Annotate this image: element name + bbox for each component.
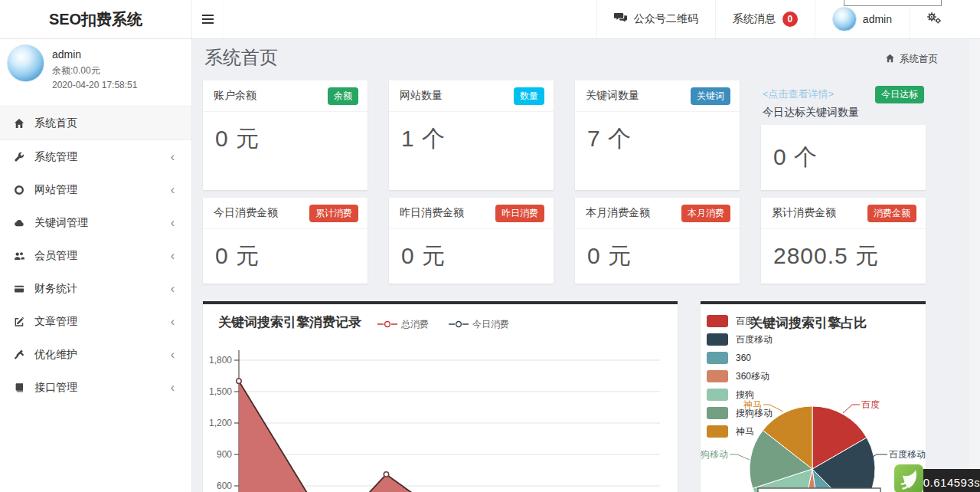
stat-card-header: <点击查看详情>今日达标: [761, 80, 926, 105]
sidebar-item-api[interactable]: 接口管理‹: [0, 371, 191, 404]
legend-label: 今日消费: [472, 318, 509, 331]
wrench-icon: [14, 152, 34, 162]
legend-swatch: [707, 407, 728, 419]
messages-menu-item[interactable]: 系统消息 0: [715, 0, 815, 38]
page-load-time-badge: 0.614593s: [923, 469, 980, 492]
stat-card-header: 今日消费金额累计消费: [203, 198, 368, 229]
sidebar-item-label: 优化维护: [34, 348, 171, 362]
stat-card-body: 0 个: [761, 125, 926, 190]
legend-label: 搜狗: [736, 389, 754, 402]
sidebar-item-keywords[interactable]: 关键词管理‹: [0, 206, 191, 239]
status-badge: 今日达标: [875, 86, 924, 103]
sidebar-item-home[interactable]: 系统首页: [0, 106, 191, 140]
sidebar-item-members[interactable]: 会员管理‹: [0, 239, 191, 272]
stat-card: 关键词数量关键词7 个: [575, 80, 740, 190]
chart-title: 关键词搜索引擎消费记录: [218, 313, 361, 331]
stat-card-goal: <点击查看详情>今日达标今日达标关键词数量0 个: [761, 80, 926, 190]
legend-item-360[interactable]: 360: [707, 349, 773, 367]
stat-card-header: 累计消费金额消费金额: [761, 198, 926, 229]
svg-text:1,500: 1,500: [209, 386, 232, 397]
detail-link[interactable]: <点击查看详情>: [763, 87, 834, 101]
stat-card-body: 1 个: [389, 112, 554, 166]
breadcrumb[interactable]: 系统首页: [885, 53, 938, 66]
chart-title: 关键词搜索引擎占比: [750, 314, 867, 332]
stat-card-body: 0 元: [389, 229, 554, 284]
chevron-left-icon: ‹: [171, 184, 175, 196]
breadcrumb-label: 系统首页: [900, 53, 938, 66]
chevron-left-icon: ‹: [171, 382, 175, 394]
sidebar-item-label: 网站管理: [34, 183, 171, 197]
status-badge: 昨日消费: [495, 205, 544, 222]
legend-item-百度移动[interactable]: 百度移动: [707, 330, 773, 349]
sidebar-item-articles[interactable]: 文章管理‹: [0, 305, 191, 338]
home-icon: [885, 54, 895, 65]
legend-label: 神马: [736, 425, 754, 438]
stat-card-title: 累计消费金额: [772, 206, 836, 220]
consumption-chart: 1,8001,5001,200900600: [203, 304, 678, 492]
svg-text:900: 900: [217, 449, 232, 460]
main-content: 系统首页 系统首页 账户余额余额0 元网站数量数量1 个关键词数量关键词7 个<…: [191, 38, 980, 492]
line-marker-icon: [377, 320, 397, 330]
sidebar-item-system[interactable]: 系统管理‹: [0, 140, 191, 173]
avatar: [7, 44, 44, 82]
stat-card: 今日消费金额累计消费0 元: [203, 198, 368, 284]
circle-icon: [14, 185, 34, 195]
sidebar-item-maintenance[interactable]: 优化维护‹: [0, 338, 191, 371]
stat-card-body: 7 个: [575, 112, 740, 166]
stat-card-body: 0 元: [203, 229, 368, 284]
app-logo[interactable]: SEO扣费系统: [0, 0, 192, 38]
stat-card-subtitle: 今日达标关键词数量: [761, 105, 926, 125]
sidebar-toggle-button[interactable]: [192, 0, 224, 38]
sidebar-user-panel: admin 余额:0.00元 2020-04-20 17:58:51: [0, 38, 191, 106]
stat-value: 0 元: [215, 123, 260, 155]
svg-text:百度: 百度: [861, 399, 880, 410]
stat-card: 账户余额余额0 元: [203, 80, 368, 190]
stat-value: 7 个: [587, 123, 632, 155]
status-badge: 关键词: [691, 87, 730, 105]
legend-label: 总消费: [401, 318, 429, 331]
edit-icon: [14, 317, 34, 327]
stat-card-header: 本月消费金额本月消费: [575, 198, 740, 229]
legend-label: 360移动: [736, 370, 769, 383]
line-marker-icon: [449, 320, 469, 330]
legend-item-360移动[interactable]: 360移动: [707, 367, 773, 385]
legend-swatch: [707, 352, 728, 364]
stat-cards-row-2: 今日消费金额累计消费0 元昨日消费金额昨日消费0 元本月消费金额本月消费0 元累…: [203, 198, 926, 284]
sidebar-item-label: 财务统计: [34, 282, 171, 296]
legend-item-神马[interactable]: 神马: [707, 422, 773, 441]
svg-text:百度移动: 百度移动: [889, 449, 926, 460]
stat-card-title: 昨日消费金额: [400, 206, 464, 220]
legend-label: 搜狗移动: [736, 407, 773, 420]
legend-item-总消费[interactable]: 总消费: [377, 318, 429, 331]
scrollbar-track[interactable]: [969, 38, 980, 492]
gavel-icon: [14, 349, 34, 360]
stat-card-title: 账户余额: [214, 89, 256, 103]
trace-leaf-icon[interactable]: [894, 464, 923, 492]
stat-card-body: 0 元: [203, 112, 368, 166]
stat-card-title: 网站数量: [400, 89, 443, 103]
user-balance: 余额:0.00元: [52, 64, 100, 77]
legend-swatch: [707, 370, 728, 382]
chevron-left-icon: ‹: [171, 250, 175, 262]
username-label: admin: [863, 13, 892, 25]
legend-item-今日消费[interactable]: 今日消费: [449, 318, 509, 331]
sidebar-item-label: 系统管理: [34, 150, 171, 164]
chevron-left-icon: ‹: [171, 217, 175, 229]
stat-card: 累计消费金额消费金额2800.5 元: [761, 198, 926, 284]
status-badge: 数量: [514, 87, 544, 105]
sidebar-item-finance[interactable]: 财务统计‹: [0, 272, 191, 305]
legend-label: 百度移动: [736, 333, 773, 346]
sidebar-item-website[interactable]: 网站管理‹: [0, 173, 191, 206]
stat-card-header: 昨日消费金额昨日消费: [389, 198, 554, 229]
legend-item-搜狗移动[interactable]: 搜狗移动: [707, 404, 773, 422]
svg-text:搜狗移动: 搜狗移动: [701, 449, 728, 460]
legend-item-搜狗[interactable]: 搜狗: [707, 385, 773, 404]
qrcode-menu-item[interactable]: 公众号二维码: [596, 0, 715, 38]
stat-card-body: 2800.5 元: [761, 229, 926, 284]
consumption-chart-panel: 关键词搜索引擎消费记录 总消费今日消费 1,8001,5001,20090060…: [203, 301, 678, 492]
sidebar-item-label: 文章管理: [34, 315, 171, 329]
book-icon: [14, 382, 34, 393]
stat-card-header: 账户余额余额: [203, 80, 368, 112]
dropdown-edge-artifact: [844, 0, 942, 6]
sidebar-item-label: 会员管理: [34, 249, 171, 263]
